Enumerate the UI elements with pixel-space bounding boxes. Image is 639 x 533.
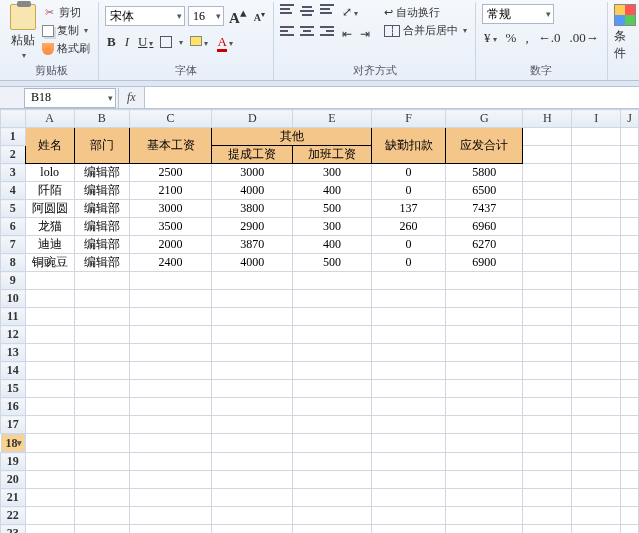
- col-header[interactable]: B: [74, 110, 129, 128]
- cell[interactable]: 0: [371, 164, 446, 182]
- cell[interactable]: [371, 525, 446, 534]
- col-header[interactable]: I: [572, 110, 621, 128]
- cell[interactable]: [293, 525, 372, 534]
- cell[interactable]: [371, 489, 446, 507]
- cell[interactable]: 铜豌豆: [25, 254, 74, 272]
- cell[interactable]: [621, 254, 639, 272]
- align-bottom-button[interactable]: [320, 4, 336, 18]
- shrink-font-button[interactable]: A▾: [252, 8, 267, 24]
- cell[interactable]: [523, 236, 572, 254]
- cell[interactable]: 4000: [212, 254, 293, 272]
- increase-decimal-button[interactable]: ←.0: [536, 29, 563, 47]
- cell[interactable]: [446, 416, 523, 434]
- cell[interactable]: [25, 344, 74, 362]
- orientation-button[interactable]: ⤢▾: [340, 4, 360, 21]
- header-cell[interactable]: 其他: [212, 128, 371, 146]
- cell[interactable]: 2500: [129, 164, 212, 182]
- cell[interactable]: [523, 344, 572, 362]
- cell[interactable]: [621, 326, 639, 344]
- cell[interactable]: [523, 182, 572, 200]
- formula-input[interactable]: [145, 87, 639, 108]
- cell[interactable]: 137: [371, 200, 446, 218]
- cell[interactable]: [523, 398, 572, 416]
- cell[interactable]: [25, 398, 74, 416]
- cell[interactable]: 6960: [446, 218, 523, 236]
- cell[interactable]: [572, 146, 621, 164]
- cell[interactable]: [74, 344, 129, 362]
- cell[interactable]: [523, 453, 572, 471]
- cell[interactable]: [572, 326, 621, 344]
- cell[interactable]: [523, 128, 572, 146]
- col-header[interactable]: A: [25, 110, 74, 128]
- cell[interactable]: [371, 453, 446, 471]
- row-header[interactable]: 10: [1, 290, 26, 308]
- percent-button[interactable]: %: [504, 29, 519, 47]
- cell[interactable]: [446, 272, 523, 290]
- cell[interactable]: [446, 434, 523, 453]
- cell[interactable]: [371, 290, 446, 308]
- cell[interactable]: [293, 416, 372, 434]
- cell[interactable]: [371, 362, 446, 380]
- cell[interactable]: [74, 416, 129, 434]
- font-size-select[interactable]: 16: [188, 6, 224, 26]
- cell[interactable]: [293, 398, 372, 416]
- col-header[interactable]: H: [523, 110, 572, 128]
- cell[interactable]: [523, 308, 572, 326]
- cell[interactable]: [25, 416, 74, 434]
- cell[interactable]: [129, 272, 212, 290]
- copy-button[interactable]: 复制▾: [40, 22, 92, 39]
- cell[interactable]: [212, 290, 293, 308]
- cell[interactable]: [293, 290, 372, 308]
- cell[interactable]: 3500: [129, 218, 212, 236]
- cell[interactable]: [293, 453, 372, 471]
- col-header[interactable]: F: [371, 110, 446, 128]
- cell[interactable]: 2900: [212, 218, 293, 236]
- row-header[interactable]: 1: [1, 128, 26, 146]
- row-header[interactable]: 5: [1, 200, 26, 218]
- cell[interactable]: [129, 416, 212, 434]
- cell[interactable]: [572, 380, 621, 398]
- header-cell[interactable]: 加班工资: [293, 146, 372, 164]
- cell[interactable]: [572, 525, 621, 534]
- cell[interactable]: 编辑部: [74, 236, 129, 254]
- col-header[interactable]: D: [212, 110, 293, 128]
- cell[interactable]: [523, 489, 572, 507]
- cell[interactable]: [129, 290, 212, 308]
- cell[interactable]: [621, 453, 639, 471]
- cell[interactable]: [572, 362, 621, 380]
- cell[interactable]: 300: [293, 164, 372, 182]
- cell[interactable]: 0: [371, 236, 446, 254]
- italic-button[interactable]: I: [123, 33, 131, 51]
- cell[interactable]: [446, 453, 523, 471]
- cell[interactable]: [25, 471, 74, 489]
- cell[interactable]: [129, 525, 212, 534]
- indent-inc-button[interactable]: ⇥: [358, 26, 372, 43]
- cell[interactable]: [572, 308, 621, 326]
- cell[interactable]: [212, 272, 293, 290]
- cell[interactable]: [446, 290, 523, 308]
- row-header[interactable]: 20: [1, 471, 26, 489]
- cell[interactable]: [212, 525, 293, 534]
- cell[interactable]: [212, 489, 293, 507]
- align-top-button[interactable]: [280, 4, 296, 18]
- cell[interactable]: [572, 164, 621, 182]
- cell[interactable]: 3800: [212, 200, 293, 218]
- cell[interactable]: [572, 200, 621, 218]
- cell[interactable]: [25, 453, 74, 471]
- cell[interactable]: [523, 146, 572, 164]
- select-all-corner[interactable]: [1, 110, 26, 128]
- cell[interactable]: 迪迪: [25, 236, 74, 254]
- cell[interactable]: 编辑部: [74, 200, 129, 218]
- cell[interactable]: [293, 326, 372, 344]
- cell[interactable]: [621, 164, 639, 182]
- cell[interactable]: [446, 489, 523, 507]
- row-header[interactable]: 23: [1, 525, 26, 534]
- cell[interactable]: [621, 290, 639, 308]
- cell[interactable]: [293, 380, 372, 398]
- cut-button[interactable]: ✂ 剪切: [40, 4, 92, 21]
- currency-button[interactable]: ¥▾: [482, 29, 499, 47]
- cell[interactable]: [621, 344, 639, 362]
- cell[interactable]: [293, 434, 372, 453]
- header-cell[interactable]: 缺勤扣款: [371, 128, 446, 164]
- cell[interactable]: [212, 416, 293, 434]
